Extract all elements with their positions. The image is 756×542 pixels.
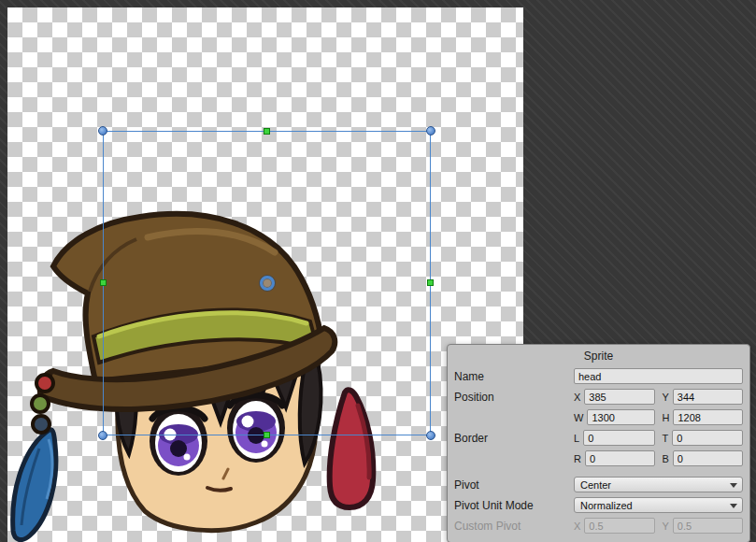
width-prefix: W — [574, 412, 583, 423]
pivot-dropdown-value: Center — [580, 479, 611, 491]
border-b-prefix: B — [663, 453, 669, 464]
width-field[interactable] — [587, 409, 654, 425]
selection-handle-left[interactable] — [100, 279, 107, 286]
border-b-field[interactable] — [673, 450, 743, 466]
selection-handle-top-right[interactable] — [426, 126, 435, 136]
selection-handle-right[interactable] — [427, 279, 434, 286]
border-t-field[interactable] — [672, 430, 743, 446]
border-label: Border — [454, 432, 574, 445]
border-l-prefix: L — [574, 433, 579, 444]
position-label: Position — [454, 391, 574, 404]
pivot-row: Pivot Center — [454, 476, 743, 493]
custom-pivot-label: Custom Pivot — [454, 520, 574, 533]
border-l-field[interactable] — [583, 430, 654, 446]
feather — [13, 430, 56, 540]
pivot-unit-mode-label: Pivot Unit Mode — [454, 499, 574, 512]
sprite-panel: Sprite Name Position X Y W H — [447, 344, 750, 542]
pivot-label: Pivot — [454, 478, 574, 492]
border-r-field[interactable] — [585, 450, 655, 466]
selection-handle-bottom[interactable] — [264, 432, 270, 438]
pivot-unit-mode-dropdown[interactable]: Normalized — [574, 497, 743, 513]
custom-pivot-y-field — [673, 518, 743, 534]
selection-handle-bottom-right[interactable] — [426, 431, 435, 440]
border-t-prefix: T — [663, 433, 669, 444]
border-r-prefix: R — [574, 453, 581, 464]
sprite-selection-rect[interactable] — [103, 131, 431, 435]
position-x-field[interactable] — [584, 389, 654, 405]
border-row-2: R B — [454, 449, 743, 467]
height-field[interactable] — [673, 409, 743, 425]
position-y-prefix: Y — [663, 392, 669, 403]
border-row: Border L T — [454, 429, 743, 447]
name-row: Name — [454, 367, 743, 385]
pivot-unit-mode-dropdown-value: Normalized — [580, 500, 633, 511]
hat-beads — [32, 375, 53, 433]
selection-handle-top[interactable] — [264, 128, 270, 135]
custom-pivot-row: Custom Pivot X Y — [454, 517, 743, 535]
position-y-field[interactable] — [673, 389, 743, 405]
position-x-prefix: X — [574, 392, 580, 403]
custom-pivot-x-prefix: X — [574, 521, 580, 532]
height-prefix: H — [663, 412, 670, 423]
chevron-down-icon — [730, 504, 737, 508]
chevron-down-icon — [730, 483, 737, 488]
name-field[interactable] — [574, 368, 743, 384]
pivot-dropdown[interactable]: Center — [574, 477, 743, 492]
position-row: Position X Y — [454, 388, 743, 406]
pivot-unit-mode-row: Pivot Unit Mode Normalized — [454, 496, 743, 514]
selection-handle-top-left[interactable] — [98, 126, 107, 136]
custom-pivot-x-field — [584, 518, 654, 534]
custom-pivot-y-prefix: Y — [663, 521, 669, 532]
pivot-handle[interactable] — [260, 276, 275, 291]
panel-title: Sprite — [454, 345, 743, 367]
size-row: W H — [454, 408, 743, 426]
selection-handle-bottom-left[interactable] — [98, 431, 107, 440]
name-label: Name — [454, 370, 574, 383]
